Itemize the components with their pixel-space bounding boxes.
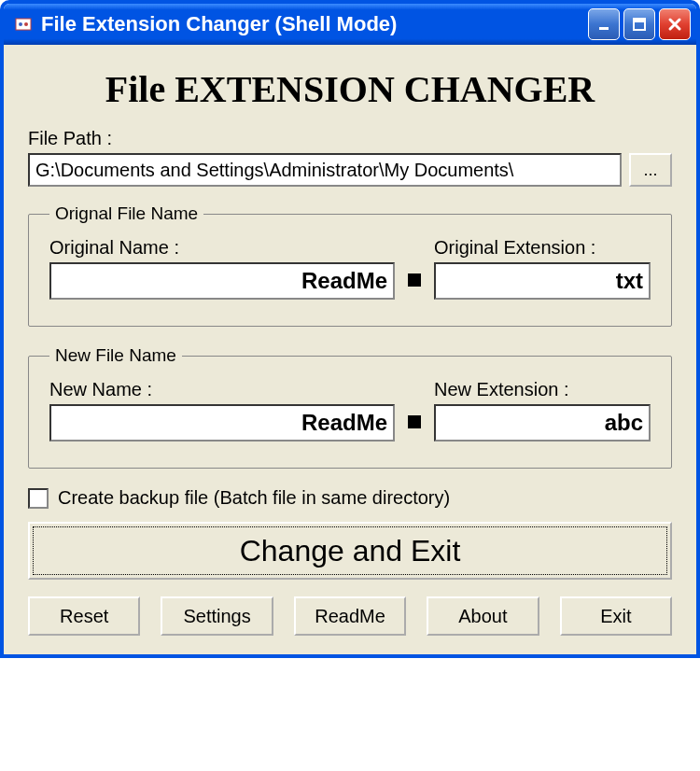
new-name-label: New Name : (49, 379, 395, 400)
original-ext-label: Original Extension : (434, 237, 651, 259)
app-title: File EXTENSION CHANGER (28, 67, 672, 111)
original-legend: Orignal File Name (49, 203, 203, 224)
original-file-group: Orignal File Name Original Name : Origin… (28, 203, 672, 327)
reset-button[interactable]: Reset (28, 596, 140, 636)
backup-checkbox[interactable] (28, 488, 49, 509)
original-ext-input[interactable] (434, 262, 651, 300)
app-icon (13, 14, 34, 35)
app-window: File Extension Changer (Shell Mode) File… (0, 0, 700, 658)
bottom-button-row: Reset Settings ReadMe About Exit (28, 596, 672, 636)
new-ext-input[interactable] (434, 404, 651, 442)
client-area: File EXTENSION CHANGER File Path : ... O… (4, 45, 696, 654)
file-path-input[interactable] (28, 153, 622, 187)
file-path-label: File Path : (28, 128, 672, 149)
minimize-button[interactable] (588, 8, 620, 40)
settings-button[interactable]: Settings (161, 596, 273, 636)
svg-point-1 (19, 22, 22, 26)
original-name-label: Original Name : (49, 237, 395, 259)
browse-button[interactable]: ... (629, 153, 672, 187)
change-and-exit-button[interactable]: Change and Exit (28, 522, 672, 580)
maximize-button[interactable] (623, 8, 655, 40)
new-ext-label: New Extension : (434, 379, 651, 400)
svg-rect-3 (599, 27, 609, 30)
close-button[interactable] (659, 8, 691, 40)
window-controls (588, 8, 691, 40)
new-legend: New File Name (49, 345, 182, 366)
exit-button[interactable]: Exit (560, 596, 672, 636)
dot-separator-icon (408, 415, 421, 428)
original-name-input[interactable] (49, 262, 395, 300)
new-name-input[interactable] (49, 404, 395, 442)
new-file-group: New File Name New Name : New Extension : (28, 345, 672, 469)
svg-point-2 (24, 22, 28, 26)
backup-label: Create backup file (Batch file in same d… (58, 487, 450, 509)
window-title: File Extension Changer (Shell Mode) (41, 12, 588, 36)
dot-separator-icon (408, 273, 421, 287)
file-path-row: ... (28, 153, 672, 187)
titlebar: File Extension Changer (Shell Mode) (4, 4, 696, 45)
svg-rect-5 (634, 19, 645, 22)
about-button[interactable]: About (427, 596, 539, 636)
backup-row: Create backup file (Batch file in same d… (28, 487, 672, 509)
readme-button[interactable]: ReadMe (294, 596, 406, 636)
svg-rect-0 (16, 19, 31, 30)
